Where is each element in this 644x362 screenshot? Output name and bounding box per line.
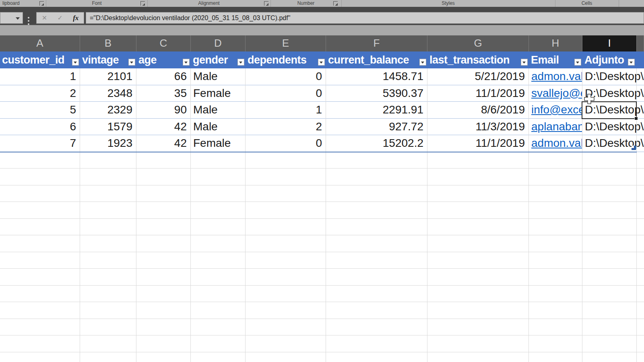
worksheet-grid[interactable]: customer_id vintage age gender dependent… [0, 51, 644, 362]
column-header-a[interactable]: A [0, 35, 80, 51]
column-header-g[interactable]: G [427, 35, 529, 51]
cell-last-transaction[interactable]: 5/21/2019 [427, 68, 529, 85]
cell-age[interactable]: 42 [136, 119, 191, 135]
cell-current-balance[interactable]: 5390.37 [326, 85, 427, 102]
column-header-d[interactable]: D [191, 35, 246, 51]
cell-customer-id[interactable]: 6 [0, 119, 80, 135]
table-resize-handle[interactable] [632, 146, 636, 150]
filter-button[interactable] [628, 59, 635, 66]
header-current-balance[interactable]: current_balance [326, 51, 427, 68]
cell-adjunto[interactable]: D:\Desktop\ [582, 68, 644, 85]
filter-button[interactable] [128, 59, 135, 66]
name-box-dropdown-icon[interactable] [16, 17, 20, 20]
table-row: 2 2348 35 Female 0 5390.37 11/1/2019 sva… [0, 85, 644, 102]
header-age[interactable]: age [136, 51, 191, 68]
cell-adjunto[interactable]: D:\Desktop\ [582, 119, 644, 135]
font-dialog-launcher-icon[interactable] [140, 1, 145, 6]
cell-current-balance[interactable]: 1458.71 [326, 68, 427, 85]
header-last-transaction[interactable]: last_transaction [427, 51, 529, 68]
header-gender[interactable]: gender [191, 51, 246, 68]
filter-button[interactable] [237, 59, 244, 66]
cell-vintage[interactable]: 2329 [80, 102, 136, 118]
cell-email-link[interactable]: aplanaban [529, 119, 582, 135]
cell-age[interactable]: 42 [136, 135, 191, 152]
cell-age[interactable]: 66 [136, 68, 191, 85]
cell-vintage[interactable]: 2101 [80, 68, 136, 85]
table-bottom-border [0, 152, 637, 152]
column-header-i-selected[interactable]: I [582, 35, 637, 51]
insert-function-button[interactable]: fx [73, 14, 78, 22]
cell-current-balance[interactable]: 2291.91 [326, 102, 427, 118]
cell-email-link[interactable]: admon.val [529, 68, 582, 85]
cell-dependents[interactable]: 0 [246, 85, 326, 102]
cell-last-transaction[interactable]: 11/3/2019 [427, 119, 529, 135]
header-adjunto[interactable]: Adjunto [582, 51, 644, 68]
cell-gender[interactable]: Female [191, 135, 246, 152]
cell-age[interactable]: 90 [136, 102, 191, 118]
filter-button[interactable] [521, 59, 528, 66]
formula-bar: ✕ ✓ fx ="D:\Desktop\devolucion ventilado… [0, 7, 644, 25]
cell-customer-id[interactable]: 5 [0, 102, 80, 118]
cell-last-transaction[interactable]: 11/1/2019 [427, 85, 529, 102]
cell-age[interactable]: 35 [136, 85, 191, 102]
filter-button[interactable] [574, 59, 581, 66]
group-separator [619, 0, 619, 7]
formula-buttons: ✕ ✓ fx [36, 12, 84, 24]
cell-dependents[interactable]: 0 [246, 135, 326, 152]
cell-vintage[interactable]: 2348 [80, 85, 136, 102]
cell-gender[interactable]: Male [191, 119, 246, 135]
cell-last-transaction[interactable]: 8/6/2019 [427, 102, 529, 118]
cell-gender[interactable]: Male [191, 68, 246, 85]
group-separator [341, 0, 342, 7]
number-dialog-launcher-icon[interactable] [333, 1, 338, 6]
cell-dependents[interactable]: 2 [246, 119, 326, 135]
cell-current-balance[interactable]: 15202.2 [326, 135, 427, 152]
alignment-dialog-launcher-icon[interactable] [264, 1, 268, 6]
header-customer-id[interactable]: customer_id [0, 51, 80, 68]
filter-button[interactable] [419, 59, 426, 66]
formula-bar-splitter-handle[interactable] [28, 20, 29, 22]
header-label: dependents [248, 54, 307, 66]
cell-email-link[interactable]: admon.val [529, 135, 582, 152]
cell-customer-id[interactable]: 2 [0, 85, 80, 102]
header-label: last_transaction [429, 54, 510, 66]
header-vintage[interactable]: vintage [80, 51, 136, 68]
cell-email-link[interactable]: svallejo@e [529, 85, 582, 102]
filter-button[interactable] [72, 59, 79, 66]
column-header-e[interactable]: E [246, 35, 326, 51]
column-header-h[interactable]: H [529, 35, 582, 51]
cancel-button[interactable]: ✕ [42, 12, 47, 23]
formula-input[interactable]: ="D:\Desktop\devolucion ventilador (2020… [86, 12, 644, 24]
filter-button[interactable] [318, 59, 325, 66]
cell-email-link[interactable]: info@exce [529, 102, 582, 118]
header-dependents[interactable]: dependents [246, 51, 326, 68]
cell-current-balance[interactable]: 927.72 [326, 119, 427, 135]
ribbon-group-font: Font [46, 0, 147, 6]
cell-vintage[interactable]: 1923 [80, 135, 136, 152]
cell-customer-id[interactable]: 1 [0, 68, 80, 85]
column-header-b[interactable]: B [80, 35, 136, 51]
cell-gender[interactable]: Male [191, 102, 246, 118]
header-email[interactable]: Email [529, 51, 582, 68]
header-label: age [138, 54, 157, 66]
column-header-j-partial[interactable] [637, 35, 644, 51]
header-label: vintage [82, 54, 119, 66]
filter-button[interactable] [183, 59, 190, 66]
cell-vintage[interactable]: 1579 [80, 119, 136, 135]
group-separator [46, 0, 46, 7]
cell-gender[interactable]: Female [191, 85, 246, 102]
clipboard-dialog-launcher-icon[interactable] [39, 1, 44, 6]
cell-customer-id[interactable]: 7 [0, 135, 80, 152]
group-separator [147, 0, 148, 7]
ribbon-group-alignment: Alignment [147, 0, 270, 6]
column-header-c[interactable]: C [136, 35, 191, 51]
name-box[interactable] [0, 12, 23, 24]
enter-button[interactable]: ✓ [57, 12, 62, 23]
cell-dependents[interactable]: 0 [246, 68, 326, 85]
column-header-f[interactable]: F [326, 35, 427, 51]
header-label: Adjunto [584, 54, 624, 66]
ribbon-group-clipboard: lipboard [2, 0, 36, 6]
chrome-divider [0, 25, 644, 35]
cell-dependents[interactable]: 1 [246, 102, 326, 118]
cell-last-transaction[interactable]: 11/1/2019 [427, 135, 529, 152]
